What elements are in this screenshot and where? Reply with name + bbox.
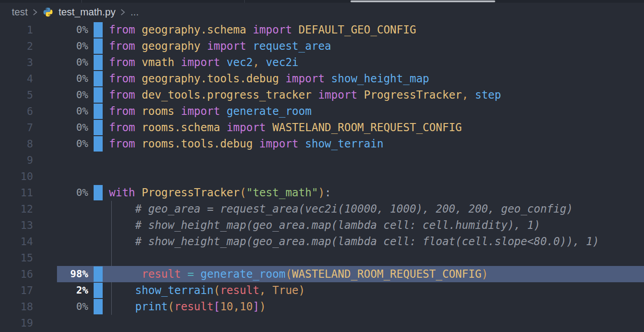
profile-block [94,299,103,314]
code-line[interactable]: 80%from rooms.tools.debug import show_te… [0,136,644,152]
code-line[interactable]: 12 # geo_area = request_area(vec2i(10000… [0,201,644,217]
code-line[interactable]: 110%with ProgressTracker("test_math"): [0,185,644,201]
code-line[interactable]: 50%from dev_tools.progress_tracker impor… [0,87,644,103]
code-line[interactable]: 10%from geography.schema import DEFAULT_… [0,22,644,38]
breadcrumb-file[interactable]: test_math.py [58,6,115,18]
line-number: 14 [0,233,33,250]
code-text: from dev_tools.progress_tracker import P… [109,87,501,103]
code-line[interactable]: 19 [0,315,644,331]
code-token: import [253,24,298,36]
code-line[interactable]: 14 # show_height_map(geo_area.map(lambda… [0,233,644,250]
code-line[interactable]: 172% show_terrain(result, True) [0,282,644,299]
line-number: 6 [0,103,33,119]
code-token: dev_tools.progress_tracker [142,89,318,101]
breadcrumb-more[interactable]: ... [130,6,138,18]
code-token: result [220,284,260,297]
code-line[interactable]: 40%from geography.tools.debug import sho… [0,71,644,87]
code-token: # geo_area = request_area(vec2i(10000, 1… [109,203,573,215]
profile-percent: 0% [33,87,88,103]
code-token: ) [259,300,265,313]
code-token: ProgressTracker [142,186,240,199]
profile-block-cell [88,136,109,152]
code-token: ( [168,300,174,313]
code-area: 10%from geography.schema import DEFAULT_… [0,22,644,331]
code-line[interactable]: 10 [0,168,644,185]
breadcrumb: test test_math.py ... [0,3,644,22]
breadcrumb-folder[interactable]: test [12,6,28,18]
code-token: DEFAULT_GEO_CONFIG [298,24,416,36]
code-token: , [462,89,475,101]
code-token: , [253,56,266,69]
code-text: # show_height_map(geo_area.map(lambda ce… [109,233,599,250]
profile-percent: 2% [33,282,88,299]
code-token: vec2 [227,56,253,69]
profile-block-cell [88,201,109,217]
profile-block-cell [88,315,109,331]
profile-block-cell [88,282,109,299]
code-token: generate_room [200,268,285,280]
code-editor-window: test test_math.py ... 10%from geography.… [0,0,644,332]
profile-block-cell [88,54,109,71]
code-token: rooms [142,105,181,118]
code-line[interactable]: 20%from geography import request_area [0,38,644,54]
line-number: 9 [0,152,33,168]
chevron-right-icon [33,8,38,16]
profile-block [94,38,103,54]
code-line[interactable]: 180% print(result[10,10]) [0,299,644,315]
code-line[interactable]: 70%from rooms.schema import WASTELAND_RO… [0,119,644,136]
code-token: ] [253,300,259,313]
code-token: with [109,186,142,199]
profile-block-cell [88,103,109,119]
profile-percent: 0% [33,54,88,71]
code-line[interactable]: 60%from rooms import generate_room [0,103,644,119]
code-text: from vmath import vec2, vec2i [109,54,298,71]
code-token: 10 [240,300,253,313]
code-token: True [272,284,298,297]
code-line[interactable]: 13 # show_height_map(geo_area.map(lambda… [0,217,644,233]
profile-block-cell [88,22,109,38]
profile-block [94,87,103,103]
code-token: from [109,138,142,150]
code-token: result [175,300,214,313]
code-line[interactable]: 1698% result = generate_room(WASTELAND_R… [0,266,644,282]
code-token: WASTELAND_ROOM_REQUEST_CONFIG [292,268,482,280]
code-token: , [233,300,240,313]
line-number: 11 [0,185,33,201]
tab-overflow-scrollbar[interactable] [350,0,495,2]
profile-block [94,136,103,152]
code-line[interactable]: 9 [0,152,644,168]
profile-percent: 0% [33,299,88,315]
profile-block-cell [88,119,109,136]
code-token: import [181,105,227,118]
profile-percent [33,201,88,217]
code-token: , [259,284,272,297]
code-token: result [142,268,181,280]
code-text: from geography.schema import DEFAULT_GEO… [109,22,416,38]
code-text: from rooms.tools.debug import show_terra… [109,136,384,152]
code-token: import [227,121,272,134]
line-number: 16 [0,266,33,282]
code-text: # geo_area = request_area(vec2i(10000, 1… [109,201,573,217]
code-token: show_terrain [305,138,384,150]
code-token: ( [285,268,292,280]
profile-block [94,22,103,38]
profile-block [94,266,103,282]
profile-block-cell [88,217,109,233]
code-token [109,284,135,297]
code-token: from [109,40,142,52]
profile-percent: 0% [33,71,88,87]
code-token: ( [240,186,246,199]
code-text: from rooms import generate_room [109,103,312,119]
code-line[interactable]: 15 [0,250,644,266]
code-token: import [318,89,364,101]
profile-block [94,104,103,119]
profile-block [94,71,103,86]
code-token: import [181,56,227,69]
code-token: ) [482,268,488,280]
code-line[interactable]: 30%from vmath import vec2, vec2i [0,54,644,71]
line-number: 12 [0,201,33,217]
code-token: generate_room [227,105,312,118]
profile-block [94,120,103,135]
profile-percent [33,233,88,250]
line-number: 1 [0,22,33,38]
